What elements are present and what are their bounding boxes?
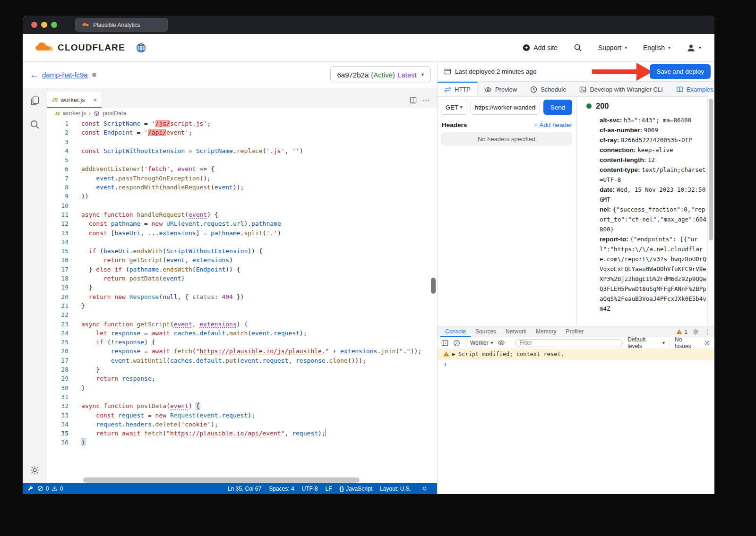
browser-tab[interactable]: Plausible Analytics <box>75 18 168 32</box>
save-and-deploy-button[interactable]: Save and deploy <box>650 64 711 79</box>
code-line[interactable]: 26 response = await fetch("https://plaus… <box>47 347 429 356</box>
code-line[interactable]: 16 return getScript(event, extensions) <box>47 255 429 264</box>
add-header-link[interactable]: + Add header <box>534 121 572 128</box>
more-actions-icon[interactable]: ⋯ <box>422 97 430 104</box>
code-line[interactable]: 35 return await fetch("https://plausible… <box>47 429 429 438</box>
console-prompt[interactable]: › <box>438 359 714 367</box>
add-site-button[interactable]: Add site <box>523 44 558 51</box>
notifications-bell-icon[interactable] <box>421 485 428 492</box>
code-line[interactable]: 5 <box>47 155 429 164</box>
explorer-icon[interactable] <box>29 95 40 106</box>
response-scrollbar[interactable] <box>707 96 714 326</box>
devtools-tab-console[interactable]: Console <box>440 326 471 337</box>
status-item[interactable]: Ln 35, Col 67 <box>228 485 261 492</box>
editor-breadcrumb[interactable]: JS worker.js › postData <box>47 108 437 119</box>
code-line[interactable]: 21} <box>47 301 429 310</box>
code-line[interactable]: 18 return postData(event) <box>47 274 429 283</box>
minimize-window-button[interactable] <box>41 22 47 28</box>
issues-link[interactable]: No Issues <box>675 336 699 349</box>
status-item[interactable]: LF <box>326 485 332 492</box>
code-line[interactable]: 12 const pathname = new URL(event.reques… <box>47 219 429 228</box>
code-line[interactable]: 23async function getScript(event, extens… <box>47 320 429 329</box>
expand-icon[interactable]: ▶ <box>452 352 455 357</box>
code-line[interactable]: 19 } <box>47 283 429 292</box>
language-menu[interactable]: English ▾ <box>643 44 670 51</box>
devtools-settings-icon[interactable] <box>692 328 699 335</box>
code-line[interactable]: 9}) <box>47 192 429 201</box>
code-line[interactable]: 10 <box>47 201 429 210</box>
code-line[interactable]: 36} <box>47 438 429 447</box>
code-line[interactable]: 7 event.passThroughOnException(); <box>47 174 429 183</box>
code-line[interactable]: 14 <box>47 238 429 247</box>
code-line[interactable]: 31 <box>47 392 429 401</box>
editor-horizontal-scrollbar[interactable] <box>83 477 360 483</box>
code-area[interactable]: 1const ScriptName = '/js/script.js';2con… <box>47 119 429 477</box>
code-line[interactable]: 6addEventListener('fetch', event => { <box>47 164 429 173</box>
code-line[interactable]: 22 <box>47 310 429 319</box>
status-item[interactable]: Spaces: 4 <box>269 485 294 492</box>
method-select[interactable]: GET ▾ <box>441 100 467 115</box>
code-line[interactable]: 20 return new Response(null, { status: 4… <box>47 292 429 301</box>
code-line[interactable]: 28 } <box>47 365 429 374</box>
code-line[interactable]: 4const ScriptWithoutExtension = ScriptNa… <box>47 146 429 155</box>
console-filter-input[interactable] <box>515 339 623 347</box>
code-line[interactable]: 32async function postData(event) { <box>47 401 429 410</box>
code-line[interactable]: 17 } else if (pathname.endsWith(Endpoint… <box>47 265 429 274</box>
console-settings-icon[interactable] <box>704 340 711 347</box>
code-line[interactable]: 34 request.headers.delete('cookie'); <box>47 420 429 429</box>
code-line[interactable]: 30} <box>47 383 429 392</box>
context-select[interactable]: Worker ▾ <box>470 340 493 346</box>
problems-indicator[interactable]: 0 0 <box>37 485 63 492</box>
breadcrumb-file[interactable]: worker.js <box>63 110 86 117</box>
tab-develop-with-wrangler-cli[interactable]: Develop with Wrangler CLI <box>573 82 669 96</box>
code-line[interactable]: 29 return response; <box>47 374 429 383</box>
settings-gear-icon[interactable] <box>29 465 40 476</box>
code-line[interactable]: 8 event.respondWith(handleRequest(event)… <box>47 183 429 192</box>
code-line[interactable]: 24 let response = await caches.default.m… <box>47 329 429 338</box>
devtools-tab-memory[interactable]: Memory <box>531 326 561 337</box>
code-line[interactable]: 33 const request = new Request(event.req… <box>47 411 429 420</box>
split-editor-icon[interactable] <box>410 97 417 104</box>
status-item[interactable]: Layout: U.S. <box>380 485 411 492</box>
wrench-icon[interactable] <box>27 485 34 492</box>
search-button[interactable] <box>574 43 582 52</box>
devtools-tab-sources[interactable]: Sources <box>471 326 501 337</box>
status-item[interactable]: {}JavaScript <box>340 485 372 492</box>
log-levels-select[interactable]: Default levels ▾ <box>627 336 665 349</box>
live-expression-icon[interactable] <box>498 339 505 347</box>
code-line[interactable]: 27 event.waitUntil(caches.default.put(ev… <box>47 356 429 365</box>
devtools-tab-network[interactable]: Network <box>501 326 531 337</box>
close-window-button[interactable] <box>31 22 37 28</box>
version-select[interactable]: 6a972b2a (Active) Latest ▾ <box>330 66 431 83</box>
tab-schedule[interactable]: Schedule <box>524 82 573 96</box>
support-menu[interactable]: Support ▾ <box>598 44 627 51</box>
globe-icon[interactable] <box>136 43 146 53</box>
tab-http[interactable]: HTTP <box>438 82 478 96</box>
code-line[interactable]: 11async function handleRequest(event) { <box>47 210 429 219</box>
devtools-menu-icon[interactable]: ⋮ <box>704 328 711 336</box>
console-warning-row[interactable]: ▶ Script modified; context reset. <box>438 349 714 359</box>
maximize-window-button[interactable] <box>51 22 57 28</box>
close-tab-icon[interactable]: × <box>93 96 97 103</box>
code-line[interactable]: 25 if (!response) { <box>47 338 429 347</box>
breadcrumb-symbol[interactable]: postData <box>103 110 126 117</box>
request-url-input[interactable] <box>471 100 540 115</box>
tab-preview[interactable]: Preview <box>478 82 524 96</box>
back-link[interactable]: ← damp-hat-fc9a <box>30 70 88 80</box>
send-button[interactable]: Send <box>543 100 572 115</box>
code-line[interactable]: 15 if (baseUri.endsWith(ScriptWithoutExt… <box>47 247 429 255</box>
devtools-warning-count[interactable]: 1 <box>676 329 687 335</box>
code-line[interactable]: 3 <box>47 137 429 146</box>
console-sidebar-icon[interactable] <box>441 340 448 347</box>
account-menu[interactable]: ▾ <box>687 43 701 52</box>
tab-examples[interactable]: Examples <box>670 82 714 96</box>
code-line[interactable]: 2const Endpoint = '/api/event'; <box>47 128 429 137</box>
clear-console-icon[interactable] <box>453 340 460 347</box>
search-sidebar-icon[interactable] <box>29 119 40 130</box>
status-item[interactable]: UTF-8 <box>302 485 318 492</box>
code-line[interactable]: 1const ScriptName = '/js/script.js'; <box>47 119 429 128</box>
devtools-tab-profiler[interactable]: Profiler <box>561 326 588 337</box>
code-line[interactable]: 13 const [baseUri, ...extensions] = path… <box>47 229 429 238</box>
editor-vertical-scrollbar[interactable] <box>431 278 436 294</box>
tab-worker-js[interactable]: JS worker.js × <box>47 92 102 108</box>
